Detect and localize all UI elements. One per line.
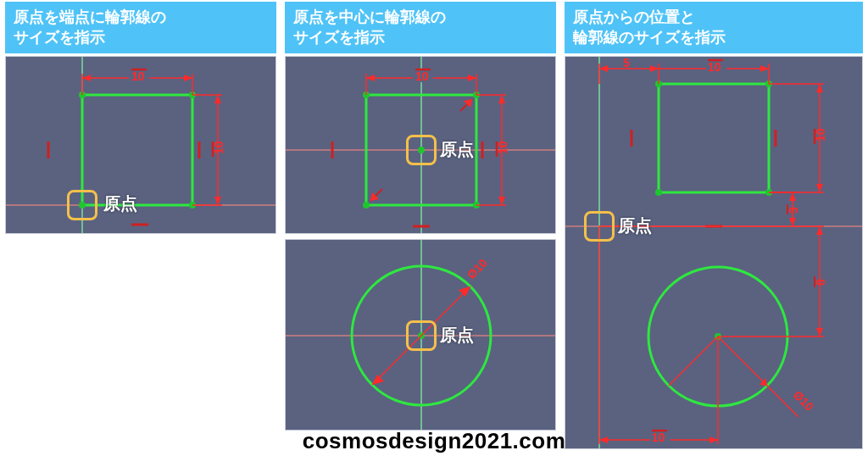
header-center: 原点を中心に輪郭線のサイズを指示 [285, 2, 556, 53]
watermark: cosmosdesign2021.com [303, 428, 566, 454]
origin-label-center-bottom: 原点 [440, 324, 474, 347]
dim-right-value: 10 [212, 141, 225, 154]
dim-10-value: 10 [708, 60, 721, 74]
arrow [816, 84, 823, 92]
rect-outline [659, 84, 769, 192]
viewport-center-top: 10 10 原点 [285, 56, 556, 234]
arrow [82, 75, 91, 81]
dim-value: 10 [652, 431, 665, 444]
arrow [599, 437, 608, 443]
arrow [709, 437, 718, 443]
arrow [214, 197, 221, 205]
viewport-center-bottom: Ø10 原点 [285, 239, 556, 431]
origin-label-right: 原点 [618, 214, 652, 237]
sketch-left: 10 10 [6, 57, 276, 234]
vertex [363, 202, 370, 209]
header-right: 原点からの位置と輪郭線のサイズを指示 [565, 2, 863, 53]
arrow [816, 184, 823, 192]
vertex [655, 189, 662, 196]
arrow [650, 65, 659, 72]
dim-diameter-value: Ø10 [791, 388, 816, 414]
dim-top-value: 10 [131, 70, 145, 83]
dim-value: 10 [496, 141, 509, 154]
header-center-text: 原点を中心に輪郭線のサイズを指示 [293, 8, 446, 46]
dim-value: 10 [415, 70, 429, 83]
sketch-right: 5 10 10 3 [565, 57, 863, 449]
header-right-text: 原点からの位置と輪郭線のサイズを指示 [573, 8, 726, 46]
arrow [468, 75, 476, 81]
rect-outline [82, 95, 192, 205]
dim-5-value: 5 [623, 57, 630, 70]
origin-label-left: 原点 [103, 192, 137, 215]
radius-line [669, 336, 718, 386]
arrow [498, 197, 505, 205]
origin-marker-center-bottom [406, 320, 437, 351]
arrow [789, 218, 796, 226]
arrow [816, 226, 823, 235]
radius-line [718, 336, 767, 386]
origin-label-center-top: 原点 [440, 138, 474, 161]
arrow [184, 75, 192, 81]
header-left: 原点を端点に輪郭線のサイズを指示 [5, 2, 276, 53]
arrow [214, 95, 221, 103]
dim-leader [767, 386, 798, 417]
arrow [372, 375, 384, 385]
arrow [789, 192, 796, 201]
arrow [366, 75, 375, 81]
arrow [498, 95, 505, 103]
arrow [816, 328, 823, 336]
arrow [459, 286, 470, 297]
origin-marker-center-top [406, 135, 437, 165]
dim-value: 10 [814, 128, 827, 142]
viewport-left: 10 10 原点 [5, 56, 276, 234]
origin-marker-right [584, 211, 615, 242]
header-left-text: 原点を端点に輪郭線のサイズを指示 [14, 8, 166, 46]
dim-3-value: 3 [787, 207, 800, 214]
dim-diameter-value: Ø10 [465, 256, 490, 281]
arrow [760, 65, 769, 72]
origin-marker-left [67, 190, 97, 220]
viewport-right: 5 10 10 3 [565, 56, 863, 449]
arrow [599, 65, 608, 72]
dim-8-value: 8 [814, 279, 827, 286]
